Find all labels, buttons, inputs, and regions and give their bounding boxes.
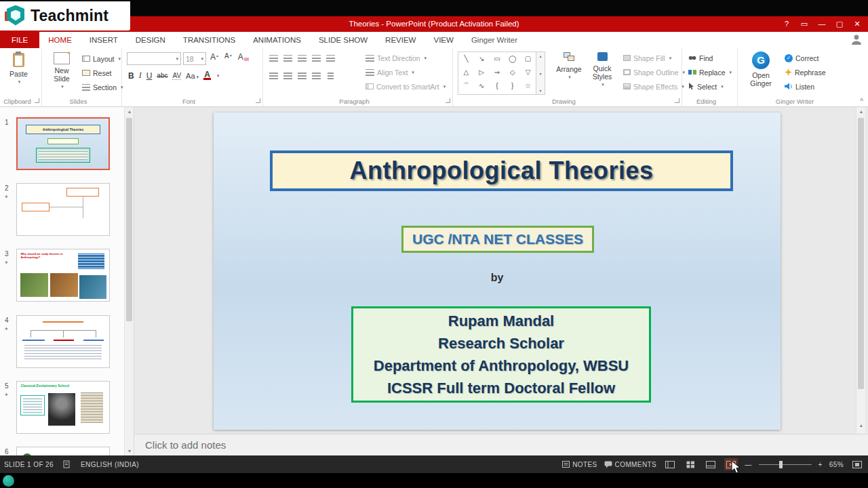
underline-button[interactable]: U [146, 71, 153, 81]
slide-title-box[interactable]: Anthropological Theories [270, 150, 733, 191]
new-slide-button[interactable]: ✦ New Slide ▾ [46, 52, 77, 91]
dialog-launcher-icon[interactable] [675, 98, 679, 103]
numbering-button[interactable] [281, 52, 294, 64]
strikethrough-button[interactable]: abc [157, 72, 167, 79]
shapes-gallery-scrollbar[interactable]: ▴ ▾ ▾ [536, 52, 545, 95]
reading-view-button[interactable] [704, 458, 717, 470]
zoom-in-button[interactable]: + [818, 461, 823, 468]
tab-home[interactable]: HOME [39, 32, 81, 48]
slide-thumbnail[interactable]: Classical Evolutionary School [16, 381, 110, 434]
grow-font-button[interactable]: A▴ [208, 52, 220, 62]
clear-formatting-button[interactable]: A [236, 52, 251, 62]
convert-smartart-button[interactable]: Convert to SmartArt ▾ [363, 79, 448, 94]
slide-subtitle-box[interactable]: UGC /NTA NET CLASSES [401, 226, 594, 253]
zoom-slider-thumb[interactable] [779, 461, 783, 468]
tab-file[interactable]: FILE [0, 32, 39, 48]
tab-slide-show[interactable]: SLIDE SHOW [310, 32, 376, 48]
text-direction-button[interactable]: Text Direction ▾ [363, 51, 448, 65]
shape-icon[interactable]: ↘ [479, 56, 484, 62]
slide-thumbnail[interactable] [16, 315, 110, 368]
shape-icon[interactable]: ∿ [479, 83, 484, 89]
language-indicator[interactable]: ENGLISH (INDIA) [81, 461, 139, 468]
bold-button[interactable]: B [128, 71, 134, 81]
bullets-button[interactable] [267, 52, 280, 64]
listen-button[interactable]: Listen [783, 79, 828, 94]
maximize-icon[interactable]: ▢ [831, 18, 848, 30]
scroll-up-icon[interactable]: ▴ [539, 54, 541, 58]
zoom-slider[interactable] [759, 464, 812, 465]
tab-transitions[interactable]: TRANSITIONS [174, 32, 244, 48]
decrease-indent-button[interactable] [296, 52, 309, 64]
previous-slide-icon[interactable]: ▲ [856, 423, 866, 428]
dialog-launcher-icon[interactable] [256, 98, 260, 103]
shape-icon[interactable]: ▢ [525, 56, 531, 62]
arrange-button[interactable]: Arrange ▾ [552, 52, 586, 81]
shape-icon[interactable]: ◯ [509, 56, 516, 62]
slide-thumbnail[interactable] [16, 447, 110, 455]
correct-button[interactable]: ✓ Correct [783, 51, 828, 65]
align-text-button[interactable]: Align Text ▾ [363, 65, 448, 79]
slide-info-box[interactable]: Rupam Mandal Research Scholar Department… [351, 306, 651, 403]
shape-icon[interactable]: ☆ [525, 83, 531, 89]
shape-icon[interactable]: { [496, 83, 498, 89]
open-ginger-button[interactable]: G Open Ginger [743, 52, 778, 87]
scroll-down-icon[interactable]: ▾ [539, 71, 541, 76]
increase-indent-button[interactable] [310, 52, 323, 64]
shape-outline-button[interactable]: Shape Outline ▾ [621, 65, 687, 79]
slide-canvas[interactable]: Anthropological Theories UGC /NTA NET CL… [214, 113, 781, 430]
justify-button[interactable] [310, 70, 323, 82]
font-size-combobox[interactable]: 18 ▾ [183, 52, 206, 65]
minimize-icon[interactable]: — [814, 18, 830, 30]
thumbnail-scrollbar[interactable]: ▲ ▼ [124, 107, 134, 455]
shape-icon[interactable]: ⌒ [462, 83, 469, 89]
shape-icon[interactable]: ▷ [479, 69, 484, 76]
tab-review[interactable]: REVIEW [376, 32, 425, 48]
shape-icon[interactable]: ⇒ [494, 69, 500, 76]
shape-icon[interactable]: ▽ [526, 69, 531, 76]
scroll-up-icon[interactable]: ▲ [125, 109, 134, 114]
rephrase-button[interactable]: Rephrase [783, 65, 828, 79]
tab-insert[interactable]: INSERT [81, 32, 127, 48]
line-spacing-button[interactable] [324, 52, 337, 64]
paste-button[interactable]: Paste ▾ [9, 53, 28, 86]
proofing-icon[interactable] [63, 460, 71, 468]
tab-animations[interactable]: ANIMATIONS [244, 32, 310, 48]
quick-styles-button[interactable]: Quick Styles ▾ [587, 52, 617, 89]
shape-icon[interactable]: } [511, 83, 513, 89]
shapes-gallery[interactable]: ╲ ↘ ▭ ◯ ▢ △ ▷ ⇒ ◇ ▽ ⌒ ∿ { } ☆ [458, 52, 536, 95]
slide-sorter-view-button[interactable] [684, 458, 697, 470]
find-button[interactable]: Find [686, 51, 734, 65]
shape-icon[interactable]: ╲ [464, 56, 468, 62]
tab-design[interactable]: DESIGN [127, 32, 174, 48]
shape-icon[interactable]: ▭ [494, 56, 500, 62]
tab-view[interactable]: VIEW [425, 32, 462, 48]
ribbon-display-icon[interactable]: ▭ [796, 18, 812, 30]
notes-pane[interactable]: Click to add notes [134, 434, 868, 455]
scroll-down-icon[interactable]: ▼ [125, 449, 134, 453]
close-icon[interactable]: ✕ [849, 18, 865, 30]
font-color-button[interactable]: A [203, 71, 211, 80]
tab-ginger-writer[interactable]: Ginger Writer [462, 32, 526, 48]
layout-button[interactable]: Layout ▾ [80, 52, 125, 66]
character-spacing-button[interactable]: AV [172, 72, 181, 80]
help-icon[interactable]: ? [778, 18, 795, 30]
shape-effects-button[interactable]: Shape Effects ▾ [621, 79, 687, 94]
gallery-more-icon[interactable]: ▾ [539, 88, 541, 93]
reset-button[interactable]: Reset [80, 66, 125, 80]
account-icon[interactable] [850, 33, 863, 45]
align-right-button[interactable] [296, 70, 309, 82]
slide-thumbnail[interactable] [16, 183, 110, 236]
replace-button[interactable]: Replace ▾ [686, 65, 734, 79]
scrollbar-thumb[interactable] [858, 118, 864, 389]
main-scrollbar[interactable]: ▲ ▲ ▼ ▼ [856, 107, 865, 455]
collapse-ribbon-icon[interactable]: ^ [860, 98, 863, 105]
dialog-launcher-icon[interactable] [35, 98, 39, 103]
fit-slide-button[interactable] [850, 458, 864, 470]
font-name-combobox[interactable]: ▾ [127, 52, 181, 65]
zoom-out-button[interactable]: — [745, 461, 751, 468]
select-button[interactable]: Select ▾ [686, 79, 734, 94]
dialog-launcher-icon[interactable] [446, 98, 450, 103]
align-left-button[interactable] [267, 70, 280, 82]
shape-icon[interactable]: △ [464, 69, 469, 76]
scroll-up-icon[interactable]: ▲ [856, 109, 866, 114]
